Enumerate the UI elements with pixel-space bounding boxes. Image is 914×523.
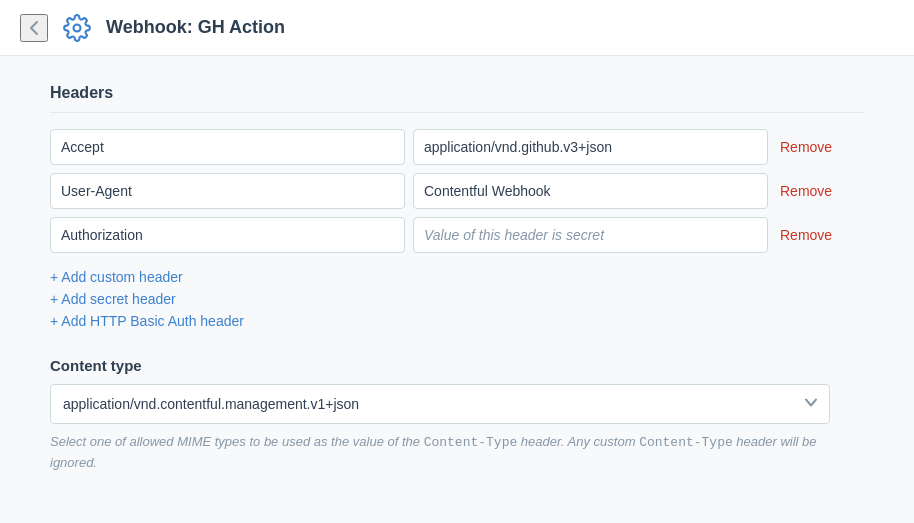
content-type-select-wrapper: application/vnd.contentful.management.v1…: [50, 384, 830, 424]
header-key-input[interactable]: [50, 173, 405, 209]
remove-header-button[interactable]: Remove: [776, 227, 836, 243]
content-type-section: Content type application/vnd.contentful.…: [50, 357, 864, 472]
add-http-basic-auth-header-button[interactable]: + Add HTTP Basic Auth header: [50, 313, 864, 329]
add-links-group: + Add custom header + Add secret header …: [50, 269, 864, 329]
gear-icon: [60, 11, 94, 45]
header-key-input[interactable]: [50, 217, 405, 253]
top-bar: Webhook: GH Action: [0, 0, 914, 56]
add-secret-header-button[interactable]: + Add secret header: [50, 291, 864, 307]
table-row: Remove: [50, 217, 864, 253]
content-type-select[interactable]: application/vnd.contentful.management.v1…: [50, 384, 830, 424]
remove-header-button[interactable]: Remove: [776, 183, 836, 199]
header-key-input[interactable]: [50, 129, 405, 165]
headers-section-title: Headers: [50, 84, 864, 113]
headers-list: Remove Remove Remove: [50, 129, 864, 253]
svg-point-0: [74, 24, 81, 31]
table-row: Remove: [50, 129, 864, 165]
add-custom-header-button[interactable]: + Add custom header: [50, 269, 864, 285]
back-button[interactable]: [20, 14, 48, 42]
table-row: Remove: [50, 173, 864, 209]
header-value-input[interactable]: [413, 129, 768, 165]
header-value-secret-input[interactable]: [413, 217, 768, 253]
content-type-label: Content type: [50, 357, 864, 374]
main-content: Headers Remove Remove Remove +: [0, 56, 914, 523]
remove-header-button[interactable]: Remove: [776, 139, 836, 155]
page-title: Webhook: GH Action: [106, 17, 285, 38]
page-wrapper: Webhook: GH Action Headers Remove Remove: [0, 0, 914, 523]
content-type-hint: Select one of allowed MIME types to be u…: [50, 432, 830, 472]
header-value-input[interactable]: [413, 173, 768, 209]
